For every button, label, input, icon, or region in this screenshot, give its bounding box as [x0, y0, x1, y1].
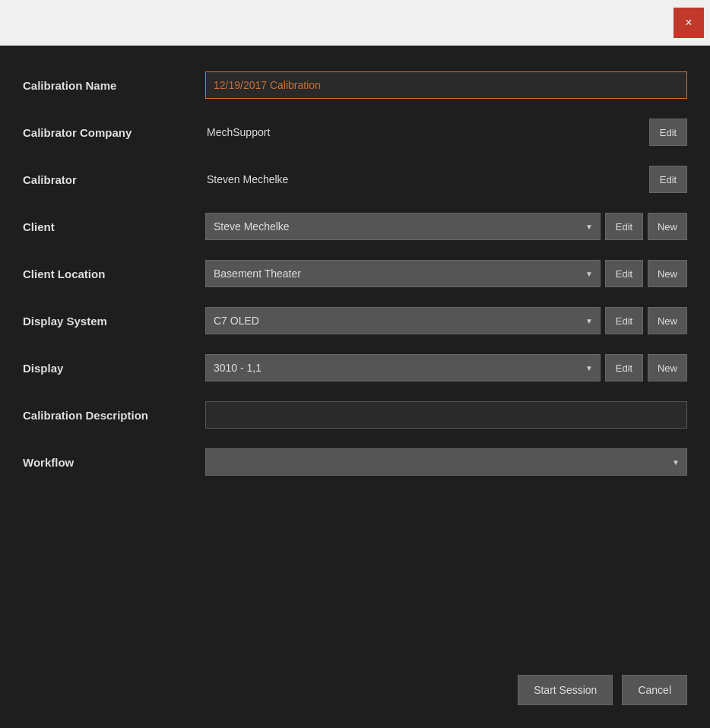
display-new-button[interactable]: New	[648, 354, 687, 381]
display-system-new-button[interactable]: New	[648, 307, 687, 334]
client-location-row: Client Location Basement Theater Edit Ne…	[23, 257, 687, 290]
display-system-dropdown-wrapper: C7 OLED	[205, 307, 601, 334]
calibration-name-row: Calibration Name	[23, 68, 687, 102]
display-system-row: Display System C7 OLED Edit New	[23, 304, 687, 337]
display-system-edit-button[interactable]: Edit	[605, 307, 643, 334]
footer: Start Session Cancel	[23, 660, 687, 713]
calibrator-company-value: MechSupport	[205, 126, 645, 138]
client-edit-button[interactable]: Edit	[605, 213, 643, 240]
display-edit-button[interactable]: Edit	[605, 354, 643, 381]
start-session-button[interactable]: Start Session	[518, 675, 613, 705]
client-location-dropdown[interactable]: Basement Theater	[205, 260, 601, 287]
client-row: Client Steve Mechelke Edit New	[23, 210, 687, 243]
client-dropdown[interactable]: Steve Mechelke	[205, 213, 601, 240]
cancel-button[interactable]: Cancel	[622, 675, 687, 705]
display-control: 3010 - 1,1 Edit New	[205, 354, 687, 381]
workflow-row: Workflow	[23, 445, 687, 479]
calibration-description-label: Calibration Description	[23, 409, 205, 422]
calibration-description-row: Calibration Description	[23, 398, 687, 432]
calibrator-edit-button[interactable]: Edit	[649, 166, 687, 193]
calibrator-company-label: Calibrator Company	[23, 126, 205, 139]
client-location-label: Client Location	[23, 267, 205, 280]
client-location-control: Basement Theater Edit New	[205, 260, 687, 287]
title-bar: ×	[0, 0, 710, 46]
calibrator-value: Steven Mechelke	[205, 173, 645, 185]
calibrator-control: Steven Mechelke Edit	[205, 166, 687, 193]
display-system-control: C7 OLED Edit New	[205, 307, 687, 334]
calibration-name-control	[205, 71, 687, 99]
workflow-control	[205, 448, 687, 476]
calibrator-company-control: MechSupport Edit	[205, 119, 687, 146]
content-area: Calibration Name Calibrator Company Mech…	[0, 46, 710, 728]
client-location-dropdown-wrapper: Basement Theater	[205, 260, 601, 287]
client-control: Steve Mechelke Edit New	[205, 213, 687, 240]
display-row: Display 3010 - 1,1 Edit New	[23, 351, 687, 385]
form-area: Calibration Name Calibrator Company Mech…	[23, 68, 687, 660]
display-label: Display	[23, 362, 205, 375]
calibration-name-input[interactable]	[205, 71, 687, 99]
calibrator-company-edit-button[interactable]: Edit	[649, 119, 687, 146]
client-label: Client	[23, 220, 205, 233]
close-button[interactable]: ×	[674, 8, 704, 38]
calibration-description-input[interactable]	[205, 401, 687, 429]
calibrator-row: Calibrator Steven Mechelke Edit	[23, 163, 687, 196]
display-system-dropdown[interactable]: C7 OLED	[205, 307, 601, 334]
workflow-dropdown[interactable]	[205, 448, 687, 476]
client-location-new-button[interactable]: New	[648, 260, 687, 287]
calibration-name-label: Calibration Name	[23, 79, 205, 92]
workflow-dropdown-wrapper	[205, 448, 687, 476]
client-location-edit-button[interactable]: Edit	[605, 260, 643, 287]
client-new-button[interactable]: New	[648, 213, 687, 240]
display-dropdown[interactable]: 3010 - 1,1	[205, 354, 601, 381]
display-system-label: Display System	[23, 315, 205, 328]
main-window: × Calibration Name Calibrator Company Me…	[0, 0, 710, 728]
display-dropdown-wrapper: 3010 - 1,1	[205, 354, 601, 381]
calibration-description-control	[205, 401, 687, 429]
client-dropdown-wrapper: Steve Mechelke	[205, 213, 601, 240]
workflow-label: Workflow	[23, 456, 205, 469]
calibrator-company-row: Calibrator Company MechSupport Edit	[23, 116, 687, 149]
calibrator-label: Calibrator	[23, 173, 205, 186]
